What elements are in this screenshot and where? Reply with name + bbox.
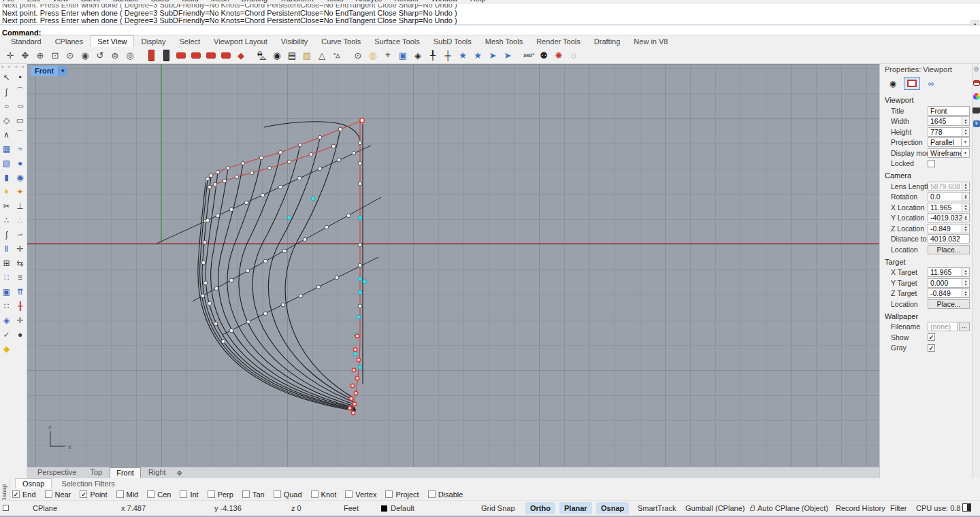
gear-icon[interactable]: ⚙ <box>973 65 980 73</box>
osnap-checkbox[interactable] <box>45 490 52 498</box>
gray-checkbox[interactable] <box>928 344 935 352</box>
view-cube-icon[interactable]: ◈ <box>410 48 425 63</box>
osnap-checkbox[interactable] <box>274 490 281 498</box>
fillet-surface-icon[interactable]: ✦ <box>14 184 27 199</box>
menu-item[interactable]: Tools <box>326 0 344 3</box>
car-right-view-icon[interactable] <box>203 48 218 63</box>
star-view-icon[interactable]: ★ <box>470 48 485 63</box>
osnap-option[interactable]: Vertex <box>345 490 376 499</box>
menu-item[interactable]: Mesh <box>211 0 229 3</box>
solid-edit-icon[interactable]: ▣ <box>0 284 14 299</box>
locked-checkbox[interactable] <box>928 160 935 167</box>
arc-icon[interactable]: ⌒ <box>14 127 27 141</box>
check-icon[interactable]: ✓ <box>0 327 14 341</box>
osnap-option[interactable]: Project <box>385 490 419 499</box>
z-target-input[interactable]: -0.849 <box>928 288 962 298</box>
separator[interactable] <box>515 48 521 63</box>
car-back-view-icon[interactable] <box>218 48 233 63</box>
join-icon[interactable]: ⊥ <box>14 199 27 213</box>
gem-icon[interactable]: ◆ <box>0 341 14 356</box>
mirror-icon[interactable]: ⇆ <box>14 256 27 270</box>
chevron-down-icon[interactable]: ▾ <box>962 137 970 147</box>
status-cplane[interactable]: CPlane <box>33 504 57 512</box>
menu-item[interactable]: Help <box>470 0 486 3</box>
menu-item[interactable]: View <box>52 0 69 3</box>
move-icon[interactable]: ✛ <box>14 241 27 256</box>
viewport-title[interactable]: Front <box>31 66 58 76</box>
trim-icon[interactable]: ✂ <box>0 199 14 213</box>
osnap-option[interactable]: Tan <box>242 490 265 499</box>
toolbar-tab[interactable]: Curve Tools <box>314 36 368 47</box>
zoom-dynamic-icon[interactable]: ⊕ <box>33 48 48 63</box>
zoom-out-icon[interactable]: ⊚ <box>108 48 122 63</box>
menu-item[interactable]: Curve <box>80 0 100 3</box>
z-location-input[interactable]: -0.849 <box>928 224 962 233</box>
spotlight-2-icon[interactable]: ²△ <box>329 48 344 63</box>
explode-icon[interactable]: ✶ <box>0 184 14 199</box>
menu-item[interactable]: Transform <box>280 0 314 3</box>
toolbar-tab[interactable]: Surface Tools <box>368 36 426 47</box>
extrude-straight-icon[interactable]: ⇈ <box>14 284 27 299</box>
viewport-tab[interactable]: Front <box>110 467 141 479</box>
menu-item[interactable]: SubD <box>151 0 170 3</box>
place-target-icon[interactable]: ✺ <box>551 48 566 63</box>
spinner[interactable] <box>962 267 970 277</box>
display-tab-icon[interactable] <box>973 93 980 100</box>
viewport-tab[interactable]: Right <box>142 467 172 479</box>
curve-interp-icon[interactable]: ⌒ <box>14 84 27 99</box>
polyline-icon[interactable]: ∧ <box>0 127 14 141</box>
safe-frame-icon[interactable]: ◌ <box>566 48 581 63</box>
points-light-icon[interactable]: ∴ <box>14 213 27 227</box>
cylinder-icon[interactable]: ▮ <box>0 170 14 184</box>
add-viewport-icon[interactable]: ✥ <box>174 469 186 477</box>
loft-icon[interactable]: ≈ <box>14 141 27 156</box>
osnap-checkbox[interactable] <box>147 490 154 498</box>
filter[interactable]: Filter <box>890 504 906 512</box>
osnap-checkbox[interactable] <box>385 490 393 498</box>
record-history[interactable]: Record History <box>836 504 885 512</box>
osnap-checkbox[interactable] <box>345 490 353 498</box>
car-front-view-icon[interactable] <box>174 48 189 63</box>
extrude-icon[interactable]: Ⅱ <box>0 241 14 256</box>
blend-curve-icon[interactable]: ∽ <box>14 227 27 241</box>
title-input[interactable]: Front <box>928 106 970 116</box>
named-views-icon[interactable]: ▨ <box>299 48 314 63</box>
osnap-toggle[interactable]: Osnap <box>596 502 629 514</box>
toolbar-tab[interactable]: Viewport Layout <box>207 36 274 47</box>
turntable-icon[interactable]: ⌖ <box>380 48 395 63</box>
toolbar-tab[interactable]: Drafting <box>587 36 627 47</box>
ortho-toggle[interactable]: Ortho <box>525 502 555 514</box>
camera-properties-icon[interactable]: ◉ <box>885 77 901 90</box>
spinner[interactable] <box>962 203 970 212</box>
spinner[interactable] <box>962 192 970 201</box>
point-icon[interactable]: • <box>14 70 27 84</box>
osnap-option[interactable]: Knot <box>311 490 337 499</box>
offset-icon[interactable]: ≡ <box>14 270 27 284</box>
status-layer[interactable]: Default <box>381 504 414 512</box>
monitor-tab-icon[interactable] <box>973 106 980 114</box>
camera-group-icon[interactable]: ▣ <box>395 48 410 63</box>
pan-view-icon[interactable]: ✛ <box>3 48 18 63</box>
command-prompt[interactable]: Command: <box>0 26 980 35</box>
osnap-option[interactable]: Mid <box>116 490 139 499</box>
toolbar-tab[interactable]: New in V8 <box>627 36 674 47</box>
rectangle-icon[interactable]: ▭ <box>14 113 27 127</box>
menu-item[interactable]: Window <box>431 0 458 3</box>
osnap-tab[interactable]: Selection Filters <box>54 479 121 488</box>
separator[interactable] <box>137 48 144 63</box>
menu-item[interactable]: Drafting <box>242 0 268 3</box>
spinner[interactable] <box>962 288 970 298</box>
spinner[interactable] <box>962 116 970 126</box>
walkabout-icon[interactable]: ⊙ <box>350 48 365 63</box>
zoom-window-icon[interactable]: ⊡ <box>48 48 63 63</box>
planar-toggle[interactable]: Planar <box>559 502 592 514</box>
pane-toggle-icon[interactable] <box>3 505 9 511</box>
smarttrack-toggle[interactable]: SmartTrack <box>633 502 681 514</box>
viewport-title-dropdown[interactable]: Front ▼ <box>31 66 67 76</box>
menu-item[interactable]: Analyze <box>355 0 382 3</box>
gumball-icon[interactable]: ✛ <box>14 313 27 327</box>
viewport-properties-icon[interactable] <box>904 77 920 90</box>
separator[interactable] <box>344 48 350 63</box>
filename-input[interactable]: (none) <box>928 322 958 331</box>
set-back-view-icon[interactable] <box>159 48 174 63</box>
